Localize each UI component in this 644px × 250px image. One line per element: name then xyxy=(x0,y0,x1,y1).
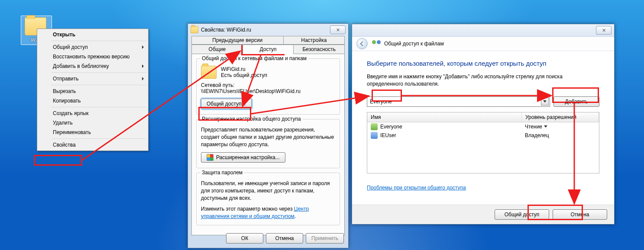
back-button[interactable] xyxy=(356,38,368,49)
share-button[interactable]: Общий доступ xyxy=(495,209,549,220)
column-permission[interactable]: Уровень разрешений xyxy=(522,112,599,122)
user-icon xyxy=(371,132,378,139)
cancel-button[interactable]: Отмена xyxy=(266,233,303,244)
apply-button[interactable]: Применить xyxy=(306,233,344,244)
context-menu-item[interactable]: Удалить xyxy=(38,118,147,128)
users-table: Имя Уровень разрешений EveryoneЧтениеIEU… xyxy=(367,112,599,173)
context-menu-item[interactable]: Общий доступ xyxy=(38,42,147,52)
groupbox-network-sharing: Общий доступ к сетевым файлам и папкам W… xyxy=(196,58,340,115)
table-row[interactable]: IEUserВладелец xyxy=(367,131,599,140)
context-menu-item[interactable]: Восстановить прежнюю версию xyxy=(38,52,147,61)
wizard-header: Общий доступ к файлам xyxy=(352,37,614,51)
group-icon xyxy=(371,123,378,130)
context-menu: ОткрытьОбщий доступВосстановить прежнюю … xyxy=(37,29,149,151)
submenu-arrow-icon xyxy=(142,64,144,68)
context-menu-item[interactable]: Переименовать xyxy=(38,128,147,137)
properties-title: Свойства: WiFiGid.ru xyxy=(201,27,251,33)
file-sharing-window: ✕ Общий доступ к файлам Выберите пользов… xyxy=(352,24,615,224)
column-name[interactable]: Имя xyxy=(367,112,522,122)
tab-strip: Предыдущие версии Настройка Общие Доступ… xyxy=(191,36,345,54)
people-icon xyxy=(372,40,381,47)
context-menu-item[interactable]: Копировать xyxy=(38,96,147,106)
users-table-header: Имя Уровень разрешений xyxy=(367,112,599,122)
properties-titlebar[interactable]: Свойства: WiFiGid.ru ✕ xyxy=(188,24,348,36)
chevron-down-icon xyxy=(544,125,547,128)
separator xyxy=(51,72,146,73)
wizard-title: Общий доступ к файлам xyxy=(384,41,444,47)
cancel-button[interactable]: Отмена xyxy=(553,209,607,220)
folder-icon xyxy=(191,26,198,33)
highlight-properties-item xyxy=(34,155,82,166)
wizard-instruction: Введите имя и нажмите кнопку "Добавить" … xyxy=(367,73,599,88)
groupbox-password-protection: Защита паролем Пользователи, не имеющие … xyxy=(196,173,340,225)
tab-general[interactable]: Общие xyxy=(191,45,243,54)
properties-pane: Общий доступ к сетевым файлам и папкам W… xyxy=(191,54,345,235)
properties-window: Свойства: WiFiGid.ru ✕ Предыдущие версии… xyxy=(188,23,349,248)
separator xyxy=(51,107,146,107)
wizard-heading: Выберите пользователей, которым следует … xyxy=(367,60,599,67)
share-state: Есть общий доступ xyxy=(221,72,267,78)
advanced-sharing-button[interactable]: Расширенная настройка... xyxy=(201,152,285,163)
permission-selector[interactable]: Чтение xyxy=(525,124,595,130)
submenu-arrow-icon xyxy=(142,45,144,49)
ok-button[interactable]: ОК xyxy=(226,233,263,244)
table-row[interactable]: EveryoneЧтение xyxy=(367,122,599,131)
network-path-label: Сетевой путь: xyxy=(201,82,335,88)
permission-selector: Владелец xyxy=(525,132,595,138)
share-name: WiFiGid.ru xyxy=(221,66,267,72)
user-name: IEUser xyxy=(380,132,396,138)
add-button[interactable]: Добавить xyxy=(553,96,599,107)
network-path-value: \\IEWIN7\Users\IEUser\Desktop\WiFiGid.ru xyxy=(201,88,335,94)
separator xyxy=(51,41,146,41)
close-button[interactable]: ✕ xyxy=(596,26,612,35)
folder-icon xyxy=(201,66,217,79)
separator xyxy=(51,138,146,139)
tab-customize[interactable]: Настройка xyxy=(283,36,345,45)
context-menu-item[interactable]: Добавить в библиотеку xyxy=(38,61,147,71)
user-combobox[interactable]: Everyone xyxy=(367,96,550,107)
user-combobox-value: Everyone xyxy=(370,99,392,105)
desktop-background: W… ОткрытьОбщий доступВосстановить прежн… xyxy=(0,0,644,250)
close-button[interactable]: ✕ xyxy=(330,26,346,34)
context-menu-item[interactable]: Открыть xyxy=(38,30,147,39)
context-menu-item[interactable]: Отправить xyxy=(38,74,147,83)
context-menu-item[interactable]: Свойства xyxy=(38,140,147,150)
submenu-arrow-icon xyxy=(142,77,144,80)
user-name: Everyone xyxy=(380,124,402,130)
context-menu-item[interactable]: Вырезать xyxy=(38,87,147,96)
troubleshoot-link[interactable]: Проблемы при открытии общего доступа xyxy=(367,185,466,191)
groupbox-advanced-sharing: Расширенная настройка общего доступа Пре… xyxy=(196,119,340,168)
separator xyxy=(51,85,146,85)
tab-previous-versions[interactable]: Предыдущие версии xyxy=(191,36,284,45)
file-sharing-titlebar[interactable]: ✕ xyxy=(352,24,614,37)
tab-sharing[interactable]: Доступ xyxy=(243,45,294,54)
context-menu-item[interactable]: Создать ярлык xyxy=(38,109,147,118)
chevron-down-icon[interactable] xyxy=(541,98,549,106)
share-button[interactable]: Общий доступ... xyxy=(201,99,252,109)
tab-security[interactable]: Безопасность xyxy=(293,45,345,54)
